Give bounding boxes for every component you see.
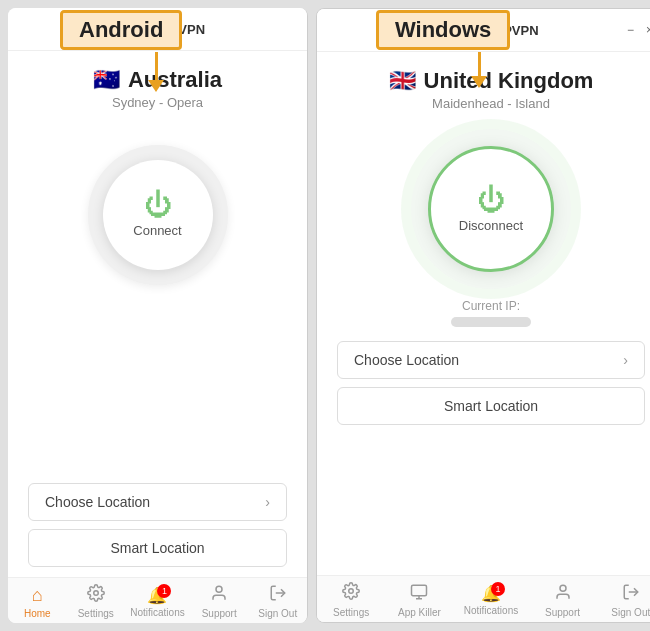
svg-point-7: [349, 589, 354, 594]
android-connect-area: ⏻ Connect: [8, 118, 307, 302]
arrow-head: [148, 80, 164, 92]
android-connect-button[interactable]: ⏻ Connect: [103, 160, 213, 270]
windows-chevron-right-icon: ›: [623, 352, 628, 368]
windows-smart-location-button[interactable]: Smart Location: [337, 387, 645, 425]
appkiller-icon: [410, 583, 428, 605]
windows-nav-notifications[interactable]: 🔔 1 Notifications: [464, 584, 518, 616]
android-choose-location-button[interactable]: Choose Location ›: [28, 483, 287, 521]
android-bottom-nav: ⌂ Home Settings 🔔 1 Noti: [8, 577, 307, 623]
windows-current-ip-label: Current IP:: [317, 299, 650, 313]
windows-nav-settings[interactable]: Settings: [327, 582, 375, 618]
notifications-badge: 1: [157, 584, 171, 598]
android-spacer: [8, 302, 307, 476]
win-support-svg: [554, 583, 572, 601]
windows-smart-location-label: Smart Location: [444, 398, 538, 414]
windows-power-icon: ⏻: [477, 186, 505, 214]
windows-support-icon: [554, 583, 572, 605]
windows-country-text: United Kingdom: [424, 68, 594, 94]
windows-country-name: 🇬🇧 United Kingdom: [327, 68, 650, 94]
svg-rect-8: [412, 585, 427, 596]
nav-label-notifications: Notifications: [130, 607, 184, 618]
windows-connect-button[interactable]: ⏻ Disconnect: [428, 146, 554, 272]
windows-arrow-line: [478, 52, 481, 76]
close-button[interactable]: ×: [644, 23, 650, 37]
nav-item-home[interactable]: ⌂ Home: [13, 585, 61, 619]
android-country-sub: Sydney - Opera: [18, 95, 297, 110]
support-icon: [210, 584, 228, 606]
windows-current-ip-section: Current IP:: [317, 289, 650, 333]
minimize-button[interactable]: −: [625, 23, 636, 37]
home-icon: ⌂: [32, 585, 43, 606]
nav-label-settings: Settings: [78, 608, 114, 619]
windows-spacer: [317, 435, 650, 575]
nav-item-signout[interactable]: Sign Out: [254, 584, 302, 619]
windows-current-ip-value: [451, 317, 531, 327]
windows-controls: − ×: [625, 23, 650, 37]
nav-label-home: Home: [24, 608, 51, 619]
windows-country-flag: 🇬🇧: [389, 68, 416, 94]
android-choose-location-label: Choose Location: [45, 494, 150, 510]
windows-connect-outer: ⏻ Disconnect: [411, 129, 571, 289]
nav-item-settings[interactable]: Settings: [72, 584, 120, 619]
windows-nav-label-appkiller: App Killer: [398, 607, 441, 618]
android-country-text: Australia: [128, 67, 222, 93]
svg-point-11: [560, 585, 566, 591]
windows-annotation-arrow: [471, 52, 487, 88]
windows-connect-area: ⏻ Disconnect: [317, 119, 650, 289]
android-annotation-arrow: [148, 52, 164, 92]
windows-country-sub: Maidenhead - Island: [327, 96, 650, 111]
signout-svg-icon: [269, 584, 287, 602]
power-icon: ⏻: [144, 191, 172, 219]
signout-icon: [269, 584, 287, 606]
windows-bottom-buttons: Choose Location › Smart Location: [317, 333, 650, 435]
android-bottom-buttons: Choose Location › Smart Location: [8, 475, 307, 577]
notifications-icon: 🔔 1: [147, 586, 167, 605]
win-signout-svg: [622, 583, 640, 601]
windows-nav-appkiller[interactable]: App Killer: [395, 583, 443, 618]
chevron-right-icon: ›: [265, 494, 270, 510]
windows-choose-location-button[interactable]: Choose Location ›: [337, 341, 645, 379]
windows-arrow-head: [471, 76, 487, 88]
settings-svg-icon: [87, 584, 105, 602]
support-svg-icon: [210, 584, 228, 602]
nav-label-signout: Sign Out: [258, 608, 297, 619]
svg-point-2: [94, 591, 99, 596]
windows-nav-label-signout: Sign Out: [611, 607, 650, 618]
windows-signout-icon: [622, 583, 640, 605]
windows-notifications-badge: 1: [491, 582, 505, 596]
windows-nav-support[interactable]: Support: [539, 583, 587, 618]
windows-nav-label-notifications: Notifications: [464, 605, 518, 616]
nav-item-support[interactable]: Support: [195, 584, 243, 619]
windows-choose-location-label: Choose Location: [354, 352, 459, 368]
windows-settings-icon: [342, 582, 360, 605]
appkiller-svg-icon: [410, 583, 428, 601]
svg-point-3: [216, 586, 222, 592]
android-smart-location-label: Smart Location: [110, 540, 204, 556]
nav-label-support: Support: [202, 608, 237, 619]
windows-nav-signout[interactable]: Sign Out: [607, 583, 650, 618]
android-connect-label: Connect: [133, 223, 181, 238]
windows-notifications-icon: 🔔 1: [481, 584, 501, 603]
windows-nav-label-settings: Settings: [333, 607, 369, 618]
windows-connect-label: Disconnect: [459, 218, 523, 233]
android-annotation-label: Android: [60, 10, 182, 50]
android-country-flag: 🇦🇺: [93, 67, 120, 93]
windows-nav-label-support: Support: [545, 607, 580, 618]
windows-annotation-label: Windows: [376, 10, 510, 50]
android-connect-outer: ⏻ Connect: [88, 145, 228, 285]
android-smart-location-button[interactable]: Smart Location: [28, 529, 287, 567]
windows-bottom-nav: Settings App Killer 🔔 1 Notificati: [317, 575, 650, 622]
settings-icon: [87, 584, 105, 606]
win-settings-svg: [342, 582, 360, 600]
arrow-line: [155, 52, 158, 80]
nav-item-notifications[interactable]: 🔔 1 Notifications: [130, 586, 184, 618]
